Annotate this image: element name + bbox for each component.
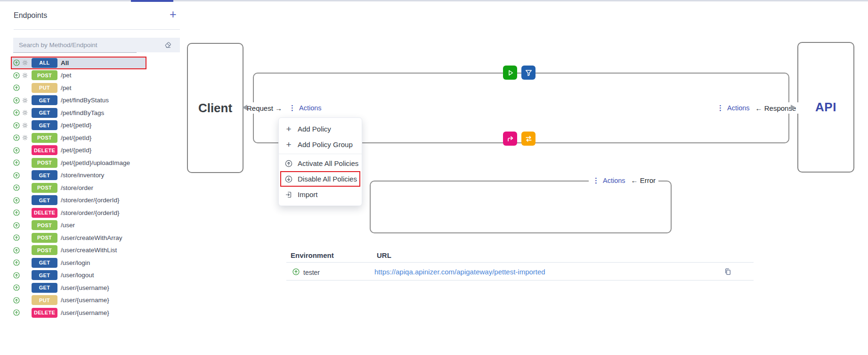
endpoint-path: /user xyxy=(61,222,75,229)
settings-gear-icon[interactable] xyxy=(22,59,28,66)
menu-item-disable-all-policies[interactable]: Disable All Policies xyxy=(280,171,360,187)
endpoint-row[interactable]: POST /pet/{petId}/uploadImage xyxy=(11,157,146,169)
endpoint-row[interactable]: PUT /user/{username} xyxy=(11,294,146,307)
kebab-dots-icon[interactable]: ⋮ xyxy=(717,104,724,112)
endpoint-path: /store/order/{orderId} xyxy=(61,209,120,216)
endpoint-row[interactable]: POST /user/createWithArray xyxy=(11,231,146,244)
response-policy-redirect-icon[interactable] xyxy=(503,132,517,146)
endpoint-path: /user/createWithArray xyxy=(61,234,122,241)
endpoints-panel-title: Endpoints xyxy=(14,11,47,20)
activate-circle-up-icon[interactable] xyxy=(13,297,20,304)
error-actions-link[interactable]: Actions xyxy=(603,177,625,184)
gateway-url-link[interactable]: https://apiqa.apinizer.com/apigateway/pe… xyxy=(374,268,545,276)
method-badge: DELETE xyxy=(32,145,57,155)
endpoint-row[interactable]: DELETE /user/{username} xyxy=(11,306,146,319)
endpoint-row[interactable]: POST /pet xyxy=(11,69,146,82)
endpoint-row[interactable]: POST /user xyxy=(11,219,146,232)
activate-circle-up-icon[interactable] xyxy=(13,72,20,79)
endpoint-row[interactable]: ALL All xyxy=(11,57,146,69)
import-icon xyxy=(285,191,292,198)
activate-circle-up-icon[interactable] xyxy=(13,209,20,216)
request-policy-filter-icon[interactable] xyxy=(521,66,535,80)
error-flow-label: ← Error xyxy=(631,176,656,184)
menu-item-activate-all-policies[interactable]: Activate All Policies xyxy=(279,156,362,171)
activate-circle-up-icon[interactable] xyxy=(13,59,20,66)
menu-item-import[interactable]: Import xyxy=(279,187,362,202)
kebab-dots-icon[interactable]: ⋮ xyxy=(289,104,296,112)
endpoint-path: /store/order xyxy=(61,184,93,191)
active-tab-indicator xyxy=(131,0,173,2)
endpoint-row[interactable]: GET /user/logout xyxy=(11,269,146,282)
method-badge: DELETE xyxy=(32,308,57,318)
method-badge: DELETE xyxy=(32,208,57,218)
method-badge: GET xyxy=(32,258,57,268)
activate-circle-up-icon[interactable] xyxy=(13,309,20,316)
endpoint-row[interactable]: GET /pet/{petId} xyxy=(11,119,146,132)
menu-item-add-policy[interactable]: + Add Policy xyxy=(279,121,362,137)
settings-gear-icon[interactable] xyxy=(22,122,28,129)
endpoint-row[interactable]: POST /store/order xyxy=(11,182,146,194)
endpoint-search-bar[interactable]: Search by Method/Endpoint xyxy=(13,38,180,52)
endpoint-row[interactable]: POST /user/createWithList xyxy=(11,244,146,257)
endpoint-row[interactable]: DELETE /store/order/{orderId} xyxy=(11,206,146,219)
endpoint-row[interactable]: DELETE /pet/{petId} xyxy=(11,144,146,157)
activate-circle-up-icon[interactable] xyxy=(13,147,20,154)
add-endpoint-button[interactable]: + xyxy=(170,8,177,20)
tab-strip-divider xyxy=(0,0,868,1)
method-badge: GET xyxy=(32,108,57,118)
activate-circle-up-icon[interactable] xyxy=(13,134,20,141)
plus-icon: + xyxy=(285,125,292,133)
activate-circle-up-icon[interactable] xyxy=(13,122,20,129)
endpoint-row[interactable]: GET /pet/findByStatus xyxy=(11,94,146,107)
activate-circle-up-icon[interactable] xyxy=(13,222,20,229)
search-input[interactable]: Search by Method/Endpoint xyxy=(13,41,180,49)
kebab-dots-icon[interactable]: ⋮ xyxy=(592,176,600,185)
copy-icon[interactable] xyxy=(724,268,732,276)
settings-gear-icon[interactable] xyxy=(22,72,28,79)
endpoint-path: /pet/{petId} xyxy=(61,134,91,141)
settings-gear-icon[interactable] xyxy=(22,97,28,104)
response-actions-link[interactable]: Actions xyxy=(727,104,750,112)
method-badge: GET xyxy=(32,283,57,293)
activate-circle-up-icon[interactable] xyxy=(13,272,20,279)
endpoint-row[interactable]: GET /pet/findByTags xyxy=(11,107,146,119)
endpoint-path: /user/createWithList xyxy=(61,247,117,254)
activate-circle-up-icon[interactable] xyxy=(13,284,20,291)
endpoint-row[interactable]: GET /user/login xyxy=(11,256,146,269)
request-flow-label: Request → xyxy=(247,104,282,112)
activate-circle-up-icon[interactable] xyxy=(292,268,300,275)
settings-gear-icon[interactable] xyxy=(22,109,28,116)
request-policy-play-icon[interactable] xyxy=(503,66,517,80)
endpoint-path: /pet xyxy=(61,72,72,79)
request-actions-link[interactable]: Actions xyxy=(299,104,322,112)
menu-item-add-policy-group[interactable]: + Add Policy Group xyxy=(279,137,362,152)
activate-circle-up-icon[interactable] xyxy=(13,247,20,254)
endpoint-path: /user/logout xyxy=(61,272,94,279)
endpoint-row[interactable]: GET /user/{username} xyxy=(11,281,146,294)
endpoint-row[interactable]: GET /store/inventory xyxy=(11,169,146,182)
activate-circle-up-icon[interactable] xyxy=(13,84,20,91)
activate-circle-up-icon[interactable] xyxy=(13,159,20,166)
activate-circle-up-icon[interactable] xyxy=(13,197,20,204)
endpoint-path: /pet/findByStatus xyxy=(61,97,109,104)
sidebar-divider xyxy=(14,29,180,30)
endpoint-path: /pet/findByTags xyxy=(61,109,104,116)
activate-circle-up-icon[interactable] xyxy=(13,234,20,241)
activate-circle-up-icon[interactable] xyxy=(13,259,20,266)
method-badge: POST xyxy=(32,158,57,168)
endpoint-row[interactable]: POST /pet/{petId} xyxy=(11,132,146,144)
method-badge: POST xyxy=(32,70,57,80)
response-policy-swap-icon[interactable] xyxy=(521,132,535,146)
activate-circle-up-icon[interactable] xyxy=(13,109,20,116)
plus-icon: + xyxy=(285,141,292,149)
activate-circle-up-icon[interactable] xyxy=(13,97,20,104)
endpoint-row[interactable]: GET /store/order/{orderId} xyxy=(11,194,146,207)
column-header-url: URL xyxy=(377,251,391,259)
activate-circle-up-icon[interactable] xyxy=(13,184,20,191)
endpoint-path: All xyxy=(61,59,69,66)
activate-circle-up-icon[interactable] xyxy=(13,172,20,179)
endpoint-row[interactable]: PUT /pet xyxy=(11,82,146,94)
settings-gear-icon[interactable] xyxy=(22,134,28,141)
menu-item-label: Add Policy Group xyxy=(298,140,353,149)
eraser-icon[interactable] xyxy=(164,41,172,49)
